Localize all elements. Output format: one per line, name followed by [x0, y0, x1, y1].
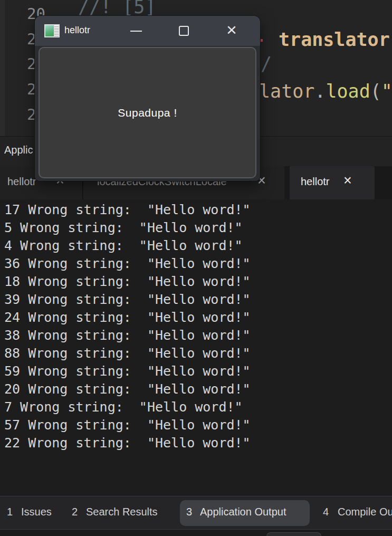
- pane-button-number[interactable]: 2: [72, 506, 78, 518]
- output-line: 36 Wrong string: "Hello word!": [4, 255, 251, 273]
- qt-creator-window: 20 21 22 23 24 //! [5] translator / lato…: [0, 0, 392, 536]
- code-quote: ": [381, 81, 392, 102]
- output-line: 4 Wrong string: "Hello word!": [4, 237, 251, 255]
- code-load-line: lator.load(": [259, 82, 392, 101]
- pane-button-search-results[interactable]: Search Results: [86, 506, 158, 518]
- code-dot: .: [314, 81, 326, 102]
- pane-button-application-output-active[interactable]: 3 Application Output: [180, 500, 310, 526]
- output-line: 22 Wrong string: "Hello word!": [4, 434, 251, 452]
- code-variable: translator: [279, 31, 390, 49]
- code-paren: (: [370, 81, 381, 102]
- pane-selector-bar: 1 Issues 2 Search Results 3 Application …: [0, 496, 392, 529]
- output-line: 38 Wrong string: "Hello word!": [4, 327, 251, 344]
- greeting-label: Supadupa !: [118, 107, 177, 119]
- window-content-panel: Supadupa !: [39, 47, 256, 178]
- output-line: 17 Wrong string: "Hello word!": [4, 201, 251, 219]
- output-line: 7 Wrong string: "Hello word!": [4, 398, 251, 416]
- tab-hellotr-2-active[interactable]: hellotr ×: [290, 166, 375, 199]
- code-comment: //! [5]: [78, 0, 156, 16]
- status-strip: [0, 529, 392, 536]
- code-method: load: [326, 81, 370, 102]
- window-titlebar[interactable]: hellotr ×: [35, 16, 260, 46]
- pane-button-number: 3: [186, 506, 192, 518]
- app-icon-canvas: [45, 25, 54, 36]
- output-line: 24 Wrong string: "Hello word!": [4, 309, 251, 327]
- hellotr-app-window[interactable]: hellotr × Supadupa !: [35, 16, 260, 181]
- code-member-prefix: lator: [259, 81, 314, 102]
- window-title: hellotr: [64, 25, 90, 36]
- output-line: 59 Wrong string: "Hello word!": [4, 362, 251, 380]
- pane-button-number[interactable]: 1: [7, 506, 13, 518]
- minimize-icon[interactable]: [130, 31, 142, 32]
- maximize-icon[interactable]: [179, 26, 189, 36]
- output-log: 17 Wrong string: "Hello word!"5 Wrong st…: [4, 201, 251, 452]
- application-output-pane[interactable]: 17 Wrong string: "Hello word!"5 Wrong st…: [0, 199, 392, 496]
- close-tab-icon[interactable]: ×: [343, 174, 352, 188]
- run-config-dropdown[interactable]: Applic: [4, 144, 33, 156]
- tab-label: hellotr: [301, 176, 329, 188]
- output-line: 39 Wrong string: "Hello word!": [4, 291, 251, 309]
- app-icon-panel: [54, 25, 59, 36]
- output-line: 57 Wrong string: "Hello word!": [4, 416, 251, 434]
- pane-button-number[interactable]: 4: [323, 506, 329, 518]
- window-body: Supadupa !: [35, 46, 260, 181]
- app-icon: [44, 24, 60, 37]
- output-line: 18 Wrong string: "Hello word!": [4, 273, 251, 291]
- output-line: 5 Wrong string: "Hello word!": [4, 219, 251, 237]
- output-line: 20 Wrong string: "Hello word!": [4, 380, 251, 398]
- pane-button-compile-output[interactable]: Compile Output: [338, 506, 392, 518]
- output-line: 88 Wrong string: "Hello word!": [4, 344, 251, 362]
- editor-margin: [0, 0, 5, 136]
- pane-button-label: Application Output: [200, 506, 286, 518]
- pane-button-issues[interactable]: Issues: [21, 506, 52, 518]
- close-icon[interactable]: ×: [226, 21, 237, 39]
- status-strip-widget: [266, 532, 321, 536]
- tab-label: hellotr: [7, 176, 36, 188]
- code-slash: /: [261, 55, 272, 73]
